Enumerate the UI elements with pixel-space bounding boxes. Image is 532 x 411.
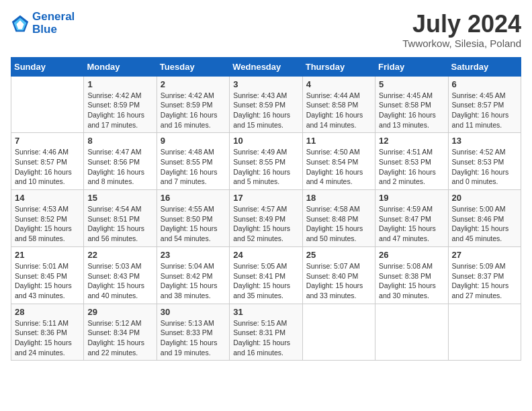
calendar-cell: 1Sunrise: 4:42 AM Sunset: 8:59 PM Daylig… (84, 76, 157, 133)
calendar-week-row: 28Sunrise: 5:11 AM Sunset: 8:36 PM Dayli… (11, 304, 521, 361)
day-info: Sunrise: 5:11 AM Sunset: 8:36 PM Dayligh… (15, 318, 80, 358)
day-info: Sunrise: 5:00 AM Sunset: 8:46 PM Dayligh… (452, 204, 517, 244)
day-number: 17 (233, 193, 298, 203)
day-header-saturday: Saturday (448, 57, 521, 76)
day-number: 6 (452, 79, 517, 89)
day-number: 4 (306, 79, 371, 89)
day-info: Sunrise: 4:53 AM Sunset: 8:52 PM Dayligh… (15, 204, 80, 244)
calendar-cell: 10Sunrise: 4:49 AM Sunset: 8:55 PM Dayli… (230, 133, 302, 190)
day-info: Sunrise: 5:01 AM Sunset: 8:45 PM Dayligh… (15, 261, 80, 301)
day-number: 28 (15, 307, 80, 317)
calendar-cell: 6Sunrise: 4:45 AM Sunset: 8:57 PM Daylig… (448, 76, 521, 133)
day-info: Sunrise: 4:44 AM Sunset: 8:58 PM Dayligh… (306, 91, 371, 130)
calendar-cell: 22Sunrise: 5:03 AM Sunset: 8:43 PM Dayli… (84, 246, 157, 304)
page-header: General Blue July 2024 Twworkow, Silesia… (11, 11, 521, 49)
day-header-thursday: Thursday (302, 57, 375, 76)
day-number: 13 (452, 136, 517, 146)
calendar-cell: 9Sunrise: 4:48 AM Sunset: 8:55 PM Daylig… (157, 133, 229, 190)
calendar-header: SundayMondayTuesdayWednesdayThursdayFrid… (11, 57, 521, 76)
day-headers-row: SundayMondayTuesdayWednesdayThursdayFrid… (11, 57, 521, 76)
calendar-cell: 8Sunrise: 4:47 AM Sunset: 8:56 PM Daylig… (84, 133, 157, 190)
calendar-cell: 13Sunrise: 4:52 AM Sunset: 8:53 PM Dayli… (448, 133, 521, 190)
day-info: Sunrise: 4:59 AM Sunset: 8:47 PM Dayligh… (379, 204, 444, 244)
calendar-week-row: 21Sunrise: 5:01 AM Sunset: 8:45 PM Dayli… (11, 246, 521, 304)
calendar-cell: 19Sunrise: 4:59 AM Sunset: 8:47 PM Dayli… (375, 190, 448, 247)
calendar-cell: 11Sunrise: 4:50 AM Sunset: 8:54 PM Dayli… (302, 133, 375, 190)
day-number: 15 (87, 193, 152, 203)
day-header-tuesday: Tuesday (157, 57, 229, 76)
day-info: Sunrise: 4:54 AM Sunset: 8:51 PM Dayligh… (87, 204, 152, 244)
calendar-week-row: 1Sunrise: 4:42 AM Sunset: 8:59 PM Daylig… (11, 76, 521, 133)
day-number: 7 (15, 136, 80, 146)
day-number: 3 (233, 79, 298, 89)
day-number: 25 (306, 250, 371, 260)
day-info: Sunrise: 5:07 AM Sunset: 8:40 PM Dayligh… (306, 261, 371, 301)
calendar-cell (375, 304, 448, 361)
day-info: Sunrise: 5:15 AM Sunset: 8:31 PM Dayligh… (233, 318, 298, 358)
calendar-cell: 20Sunrise: 5:00 AM Sunset: 8:46 PM Dayli… (448, 190, 521, 247)
day-info: Sunrise: 4:52 AM Sunset: 8:53 PM Dayligh… (452, 147, 517, 187)
calendar-cell (448, 304, 521, 361)
day-number: 11 (306, 136, 371, 146)
day-number: 20 (452, 193, 517, 203)
calendar-cell: 31Sunrise: 5:15 AM Sunset: 8:31 PM Dayli… (230, 304, 302, 361)
day-number: 1 (87, 79, 152, 89)
calendar-cell: 26Sunrise: 5:08 AM Sunset: 8:38 PM Dayli… (375, 246, 448, 304)
day-number: 29 (87, 307, 152, 317)
day-number: 12 (379, 136, 444, 146)
calendar-cell: 30Sunrise: 5:13 AM Sunset: 8:33 PM Dayli… (157, 304, 229, 361)
day-info: Sunrise: 4:51 AM Sunset: 8:53 PM Dayligh… (379, 147, 444, 187)
calendar-cell: 18Sunrise: 4:58 AM Sunset: 8:48 PM Dayli… (302, 190, 375, 247)
day-info: Sunrise: 4:45 AM Sunset: 8:57 PM Dayligh… (452, 91, 517, 130)
calendar-cell: 29Sunrise: 5:12 AM Sunset: 8:34 PM Dayli… (84, 304, 157, 361)
day-number: 30 (161, 307, 226, 317)
day-info: Sunrise: 5:13 AM Sunset: 8:33 PM Dayligh… (161, 318, 226, 358)
calendar-cell: 23Sunrise: 5:04 AM Sunset: 8:42 PM Dayli… (157, 246, 229, 304)
day-info: Sunrise: 5:09 AM Sunset: 8:37 PM Dayligh… (452, 261, 517, 301)
day-info: Sunrise: 5:12 AM Sunset: 8:34 PM Dayligh… (87, 318, 152, 358)
day-info: Sunrise: 4:43 AM Sunset: 8:59 PM Dayligh… (233, 91, 298, 130)
day-number: 10 (233, 136, 298, 146)
calendar-cell: 16Sunrise: 4:55 AM Sunset: 8:50 PM Dayli… (157, 190, 229, 247)
calendar-cell: 21Sunrise: 5:01 AM Sunset: 8:45 PM Dayli… (11, 246, 84, 304)
location-subtitle: Twworkow, Silesia, Poland (402, 38, 521, 49)
day-number: 18 (306, 193, 371, 203)
day-info: Sunrise: 4:58 AM Sunset: 8:48 PM Dayligh… (306, 204, 371, 244)
day-info: Sunrise: 5:05 AM Sunset: 8:41 PM Dayligh… (233, 261, 298, 301)
logo: General Blue (11, 11, 75, 36)
day-header-wednesday: Wednesday (230, 57, 302, 76)
calendar-cell: 15Sunrise: 4:54 AM Sunset: 8:51 PM Dayli… (84, 190, 157, 247)
day-info: Sunrise: 4:45 AM Sunset: 8:58 PM Dayligh… (379, 91, 444, 130)
calendar-cell: 17Sunrise: 4:57 AM Sunset: 8:49 PM Dayli… (230, 190, 302, 247)
day-info: Sunrise: 4:42 AM Sunset: 8:59 PM Dayligh… (161, 91, 226, 130)
day-number: 5 (379, 79, 444, 89)
calendar-cell: 25Sunrise: 5:07 AM Sunset: 8:40 PM Dayli… (302, 246, 375, 304)
day-info: Sunrise: 5:03 AM Sunset: 8:43 PM Dayligh… (87, 261, 152, 301)
day-info: Sunrise: 4:50 AM Sunset: 8:54 PM Dayligh… (306, 147, 371, 187)
day-number: 14 (15, 193, 80, 203)
calendar-table: SundayMondayTuesdayWednesdayThursdayFrid… (11, 57, 521, 361)
day-header-monday: Monday (84, 57, 157, 76)
day-info: Sunrise: 4:46 AM Sunset: 8:57 PM Dayligh… (15, 147, 80, 187)
day-number: 22 (87, 250, 152, 260)
calendar-cell: 27Sunrise: 5:09 AM Sunset: 8:37 PM Dayli… (448, 246, 521, 304)
month-year-title: July 2024 (402, 11, 521, 38)
day-number: 19 (379, 193, 444, 203)
day-number: 27 (452, 250, 517, 260)
calendar-cell: 12Sunrise: 4:51 AM Sunset: 8:53 PM Dayli… (375, 133, 448, 190)
calendar-week-row: 7Sunrise: 4:46 AM Sunset: 8:57 PM Daylig… (11, 133, 521, 190)
day-number: 31 (233, 307, 298, 317)
day-info: Sunrise: 4:42 AM Sunset: 8:59 PM Dayligh… (87, 91, 152, 130)
day-info: Sunrise: 5:04 AM Sunset: 8:42 PM Dayligh… (161, 261, 226, 301)
day-number: 21 (15, 250, 80, 260)
day-number: 8 (87, 136, 152, 146)
calendar-cell (11, 76, 84, 133)
calendar-cell: 24Sunrise: 5:05 AM Sunset: 8:41 PM Dayli… (230, 246, 302, 304)
day-info: Sunrise: 4:55 AM Sunset: 8:50 PM Dayligh… (161, 204, 226, 244)
day-number: 2 (161, 79, 226, 89)
calendar-cell: 4Sunrise: 4:44 AM Sunset: 8:58 PM Daylig… (302, 76, 375, 133)
calendar-cell: 28Sunrise: 5:11 AM Sunset: 8:36 PM Dayli… (11, 304, 84, 361)
day-info: Sunrise: 5:08 AM Sunset: 8:38 PM Dayligh… (379, 261, 444, 301)
calendar-cell (302, 304, 375, 361)
day-info: Sunrise: 4:48 AM Sunset: 8:55 PM Dayligh… (161, 147, 226, 187)
